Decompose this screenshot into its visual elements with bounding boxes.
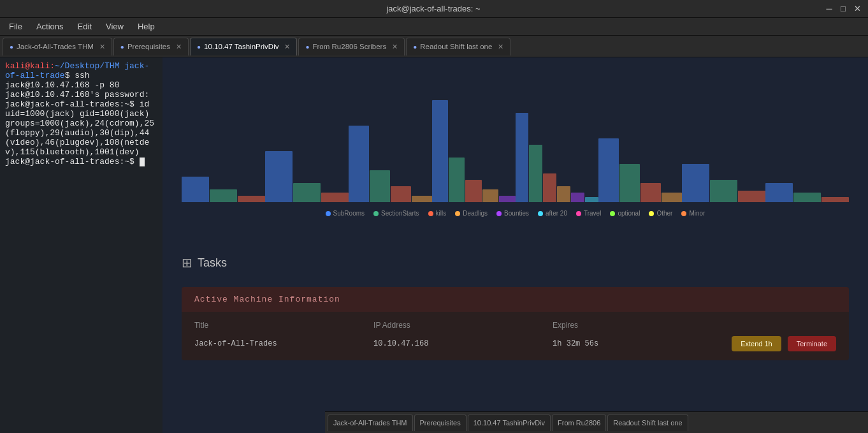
terminal-line2: jack@10.10.47.168's password: bbox=[5, 90, 157, 99]
legend-bounties: Bounties bbox=[496, 210, 529, 217]
legend-dot bbox=[496, 211, 502, 216]
bottom-tab-1[interactable]: Jack-of-All-Trades THM bbox=[328, 415, 413, 431]
tab5-close[interactable]: ✕ bbox=[498, 43, 503, 51]
terminal-line5: jack@jack-of-all-trades:~$ bbox=[5, 157, 157, 166]
terminal-cmd2: id bbox=[140, 99, 150, 109]
bar bbox=[598, 138, 619, 202]
legend-dot bbox=[373, 211, 379, 216]
machine-info-table: Title IP Address Expires Jack-of-All-Tra… bbox=[182, 312, 849, 360]
bar bbox=[482, 189, 498, 202]
bottom-tab-2[interactable]: Prerequisites bbox=[414, 415, 467, 431]
bottom-tab-3[interactable]: 10.10.47 TashinPrivDiv bbox=[468, 415, 551, 431]
legend-minor: Minor bbox=[681, 210, 705, 217]
tab-1[interactable]: ● Jack-of-All-Trades THM ✕ bbox=[3, 38, 112, 55]
bar bbox=[182, 177, 209, 202]
legend-dot bbox=[455, 211, 460, 216]
legend-dot bbox=[576, 211, 581, 216]
chart-bars bbox=[182, 75, 849, 202]
machine-info-header: Active Machine Information bbox=[182, 287, 849, 312]
bar bbox=[349, 126, 369, 202]
menu-bar: File Actions Edit View Help bbox=[0, 18, 868, 36]
bottom-tab4-label: From Ru2806 bbox=[558, 419, 600, 427]
legend-dot bbox=[610, 211, 615, 216]
bottom-tab3-label: 10.10.47 TashinPrivDiv bbox=[474, 419, 545, 427]
tab-2[interactable]: ● Prerequisites ✕ bbox=[113, 38, 189, 55]
bar-group-5 bbox=[516, 113, 599, 202]
legend-label: after 20 bbox=[546, 210, 567, 217]
bottom-tab2-label: Prerequisites bbox=[420, 419, 461, 427]
col-ip-header: IP Address bbox=[373, 321, 546, 330]
legend-dot bbox=[649, 211, 654, 216]
tab1-label: Jack-of-All-Trades THM bbox=[17, 43, 94, 50]
tab4-icon: ● bbox=[305, 43, 309, 50]
tasks-title: Tasks bbox=[198, 256, 227, 270]
tab1-icon: ● bbox=[10, 43, 13, 50]
legend-label: optional bbox=[618, 210, 640, 217]
legend-kills: kills bbox=[428, 210, 447, 217]
tab-3[interactable]: ● 10.10.47 TashinPrivDiv ✕ bbox=[190, 38, 297, 55]
bar bbox=[543, 173, 556, 202]
legend-sectionstarts: SectionStarts bbox=[373, 210, 419, 217]
legend-deadligs: Deadligs bbox=[455, 210, 488, 217]
terminal-line4: uid=1000(jack) gid=1000(jack) groups=100… bbox=[5, 109, 157, 157]
col-title-header: Title bbox=[194, 321, 367, 330]
tab2-close[interactable]: ✕ bbox=[176, 43, 182, 51]
terminal-line1: kali@kali:~/Desktop/THM jack-of-all-trad… bbox=[5, 61, 157, 90]
legend-optional: optional bbox=[610, 210, 640, 217]
legend-travel: Travel bbox=[576, 210, 601, 217]
bar-group-3 bbox=[349, 126, 432, 202]
legend-label: kills bbox=[436, 210, 447, 217]
tab3-close[interactable]: ✕ bbox=[284, 43, 290, 51]
legend-label: Minor bbox=[689, 210, 705, 217]
tab1-close[interactable]: ✕ bbox=[99, 43, 105, 51]
bottom-tab-4[interactable]: From Ru2806 bbox=[552, 415, 606, 431]
legend-label: Bounties bbox=[504, 210, 529, 217]
bar bbox=[710, 180, 737, 202]
tab3-icon: ● bbox=[197, 43, 201, 50]
thm-background: SubRooms SectionStarts kills Deadligs Bo… bbox=[163, 57, 868, 433]
bar bbox=[557, 186, 570, 202]
terminate-button[interactable]: Terminate bbox=[788, 336, 836, 351]
bar bbox=[370, 170, 390, 202]
bar bbox=[662, 193, 682, 202]
tab4-close[interactable]: ✕ bbox=[392, 43, 398, 51]
close-button[interactable]: ✕ bbox=[851, 3, 863, 15]
tab-5[interactable]: ● Readout Shift last one ✕ bbox=[406, 38, 510, 55]
machine-title-value: Jack-of-All-Trades bbox=[194, 339, 367, 348]
terminal-user: kali@kali: bbox=[5, 61, 55, 71]
menu-help[interactable]: Help bbox=[131, 20, 161, 33]
bar-group-8 bbox=[765, 183, 849, 202]
menu-file[interactable]: File bbox=[3, 20, 29, 33]
bar bbox=[412, 196, 432, 202]
window-controls: ─ □ ✕ bbox=[823, 3, 863, 15]
machine-expires-value: 1h 32m 56s bbox=[553, 339, 725, 348]
maximize-button[interactable]: □ bbox=[837, 3, 849, 15]
bar-group-2 bbox=[265, 151, 349, 202]
bar bbox=[619, 164, 640, 202]
menu-actions[interactable]: Actions bbox=[30, 20, 70, 33]
legend-label: Travel bbox=[584, 210, 601, 217]
bar bbox=[210, 189, 237, 202]
chart-legend: SubRooms SectionStarts kills Deadligs Bo… bbox=[182, 210, 849, 217]
legend-label: Other bbox=[656, 210, 672, 217]
bottom-tab-5[interactable]: Readout Shift last one bbox=[607, 415, 688, 431]
bar bbox=[640, 183, 661, 202]
chart-area: SubRooms SectionStarts kills Deadligs Bo… bbox=[163, 57, 868, 242]
bar bbox=[238, 196, 265, 202]
bottom-tab-bar: Jack-of-All-Trades THM Prerequisites 10.… bbox=[325, 411, 868, 433]
tab-bar: ● Jack-of-All-Trades THM ✕ ● Prerequisit… bbox=[0, 36, 868, 57]
menu-view[interactable]: View bbox=[99, 20, 130, 33]
minimize-button[interactable]: ─ bbox=[823, 3, 835, 15]
extend-button[interactable]: Extend 1h bbox=[732, 336, 781, 351]
legend-dot bbox=[428, 211, 433, 216]
terminal[interactable]: kali@kali:~/Desktop/THM jack-of-all-trad… bbox=[0, 57, 163, 433]
menu-edit[interactable]: Edit bbox=[71, 20, 98, 33]
bar-group-1 bbox=[182, 177, 265, 202]
bar bbox=[499, 196, 515, 202]
tab-4[interactable]: ● From Ru2806 Scribers ✕ bbox=[298, 38, 405, 55]
terminal-line3: jack@jack-of-all-trades:~$ id bbox=[5, 99, 157, 109]
bar-group-7 bbox=[682, 164, 765, 202]
legend-label: SubRooms bbox=[333, 210, 365, 217]
legend-dot bbox=[326, 211, 331, 216]
window-title: jack@jack-of-all-trades: ~ bbox=[43, 4, 823, 13]
